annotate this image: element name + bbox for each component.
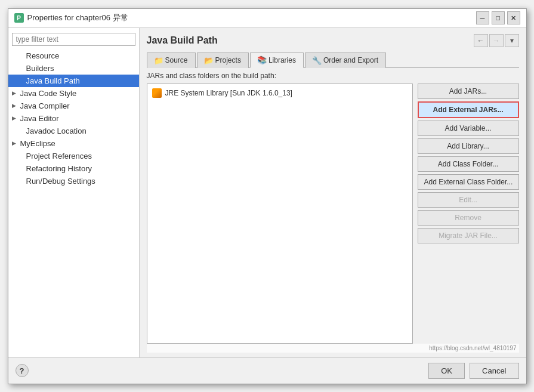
projects-tab-icon: 📂	[205, 56, 213, 64]
main-header: Java Build Path ← → ▾	[147, 34, 519, 47]
sidebar-item-label: Builders	[26, 64, 54, 73]
main-content: Java Build Path ← → ▾ 📁 Source 📂 Project…	[140, 28, 526, 357]
sidebar-item-label: Javadoc Location	[26, 126, 87, 135]
tab-libraries[interactable]: 📚 Libraries	[250, 53, 304, 68]
sidebar-item-java-build-path[interactable]: Java Build Path	[8, 75, 139, 87]
tab-projects[interactable]: 📂 Projects	[197, 53, 249, 68]
migrate-jar-button[interactable]: Migrate JAR File...	[418, 228, 519, 243]
sidebar-item-label: Java Compiler	[20, 101, 70, 110]
minimize-button[interactable]: ─	[476, 11, 489, 24]
filter-input[interactable]	[12, 33, 135, 46]
properties-dialog: P Properties for chapter06 异常 ─ □ ✕ Reso…	[8, 8, 527, 384]
add-external-class-folder-button[interactable]: Add External Class Folder...	[418, 174, 519, 190]
page-title: Java Build Path	[147, 35, 218, 46]
sidebar-item-myeclipse[interactable]: ▶ MyEclipse	[8, 137, 139, 150]
edit-button[interactable]: Edit...	[418, 192, 519, 208]
add-external-jars-button[interactable]: Add External JARs...	[418, 101, 519, 118]
sidebar-item-label: Project References	[26, 152, 92, 160]
library-label: JRE System Library [Sun JDK 1.6.0_13]	[165, 89, 292, 97]
window-controls: ─ □ ✕	[476, 11, 520, 24]
add-variable-button[interactable]: Add Variable...	[418, 121, 519, 136]
close-button[interactable]: ✕	[507, 11, 520, 24]
tab-source[interactable]: 📁 Source	[147, 53, 196, 68]
tab-label: Source	[165, 56, 188, 64]
bottom-bar: ? OK Cancel	[8, 357, 526, 384]
sidebar-item-javadoc-location[interactable]: Javadoc Location	[8, 125, 139, 137]
maximize-button[interactable]: □	[492, 11, 505, 24]
action-buttons: Add JARs... Add External JARs... Add Var…	[418, 84, 519, 344]
sidebar-item-label: Refactoring History	[26, 164, 92, 173]
dialog-icon: P	[14, 13, 24, 23]
sidebar: Resource Builders Java Build Path ▶ Java…	[8, 28, 140, 357]
chevron-icon: ▶	[12, 103, 18, 109]
title-bar-left: P Properties for chapter06 异常	[14, 13, 128, 23]
sidebar-item-label: MyEclipse	[20, 139, 55, 148]
chevron-icon: ▶	[12, 140, 18, 146]
back-button[interactable]: ←	[474, 34, 488, 47]
sidebar-item-label: Resource	[26, 51, 60, 60]
help-button[interactable]: ?	[16, 364, 29, 377]
sidebar-item-builders[interactable]: Builders	[8, 62, 139, 75]
list-item[interactable]: JRE System Library [Sun JDK 1.6.0_13]	[150, 87, 410, 100]
sidebar-item-resource[interactable]: Resource	[8, 50, 139, 62]
order-tab-icon: 🔧	[313, 56, 321, 64]
tab-order-export[interactable]: 🔧 Order and Export	[305, 53, 386, 68]
nav-buttons: ← → ▾	[474, 34, 519, 47]
jre-icon	[152, 88, 162, 98]
sidebar-item-java-code-style[interactable]: ▶ Java Code Style	[8, 87, 139, 100]
description-text: JARs and class folders on the build path…	[147, 72, 519, 80]
bottom-left: ?	[16, 364, 29, 377]
cancel-button[interactable]: Cancel	[470, 363, 518, 379]
sidebar-item-label: Java Build Path	[26, 76, 80, 85]
tab-bar: 📁 Source 📂 Projects 📚 Libraries 🔧 Order …	[147, 52, 519, 68]
dialog-body: Resource Builders Java Build Path ▶ Java…	[8, 28, 526, 357]
libraries-list[interactable]: JRE System Library [Sun JDK 1.6.0_13]	[147, 84, 413, 344]
add-library-button[interactable]: Add Library...	[418, 138, 519, 154]
sidebar-item-run-debug-settings[interactable]: Run/Debug Settings	[8, 175, 139, 187]
nav-dropdown-button[interactable]: ▾	[505, 34, 519, 47]
watermark: https://blog.csdn.net/wl_4810197	[147, 344, 519, 353]
remove-button[interactable]: Remove	[418, 210, 519, 226]
dialog-title: Properties for chapter06 异常	[27, 13, 128, 23]
source-tab-icon: 📁	[155, 56, 163, 64]
forward-button[interactable]: →	[489, 34, 504, 47]
tab-label: Libraries	[268, 56, 296, 64]
tab-label: Projects	[215, 56, 241, 64]
chevron-icon: ▶	[12, 115, 18, 121]
add-class-folder-button[interactable]: Add Class Folder...	[418, 156, 519, 172]
sidebar-item-refactoring-history[interactable]: Refactoring History	[8, 162, 139, 175]
libraries-tab-icon: 📚	[258, 56, 266, 64]
content-area: JRE System Library [Sun JDK 1.6.0_13] Ad…	[147, 84, 519, 344]
sidebar-item-java-editor[interactable]: ▶ Java Editor	[8, 112, 139, 125]
bottom-right: OK Cancel	[428, 363, 518, 379]
ok-button[interactable]: OK	[428, 363, 465, 379]
title-bar: P Properties for chapter06 异常 ─ □ ✕	[8, 9, 526, 28]
add-jars-button[interactable]: Add JARs...	[418, 84, 519, 99]
sidebar-item-label: Run/Debug Settings	[26, 177, 95, 186]
chevron-icon: ▶	[12, 90, 18, 96]
sidebar-item-java-compiler[interactable]: ▶ Java Compiler	[8, 100, 139, 112]
tab-label: Order and Export	[323, 56, 378, 64]
sidebar-item-label: Java Editor	[20, 114, 59, 123]
sidebar-item-label: Java Code Style	[20, 89, 77, 98]
sidebar-item-project-references[interactable]: Project References	[8, 150, 139, 162]
